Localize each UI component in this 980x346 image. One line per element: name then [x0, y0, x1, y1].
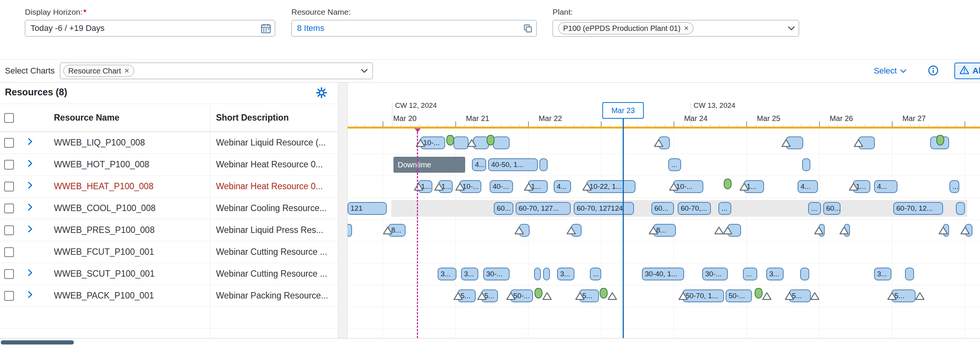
gantt-bar[interactable]	[347, 224, 352, 237]
activity-triangle-icon[interactable]	[477, 292, 487, 300]
gantt-bar[interactable]: 30-...	[702, 268, 728, 281]
gantt-bar[interactable]	[453, 136, 469, 149]
gantt-bar[interactable]: 40-50, 1...	[488, 158, 538, 171]
settings-gear-icon[interactable]	[316, 87, 327, 100]
gantt-bar[interactable]: 60...	[651, 202, 674, 215]
chevron-down-icon[interactable]	[788, 26, 795, 30]
activity-triangle-icon[interactable]	[453, 292, 463, 300]
gantt-bar[interactable]: ...	[668, 158, 681, 171]
select-charts-combobox[interactable]: Resource Chart×	[60, 63, 373, 79]
activity-triangle-icon[interactable]	[723, 227, 732, 235]
chevron-right-icon[interactable]	[27, 203, 33, 214]
date-range-icon[interactable]	[261, 23, 271, 33]
row-checkbox[interactable]	[4, 160, 14, 170]
green-pin-marker[interactable]	[755, 288, 762, 298]
gantt-bar[interactable]: 3...	[766, 268, 784, 281]
selected-day-label[interactable]: Mar 23	[602, 102, 644, 119]
activity-triangle-icon[interactable]	[575, 292, 585, 300]
alerts-button[interactable]: Ale	[955, 63, 980, 79]
activity-triangle-icon[interactable]	[669, 183, 678, 191]
green-pin-marker[interactable]	[936, 135, 944, 146]
chart-token[interactable]: Resource Chart×	[63, 65, 134, 77]
column-header-short-description[interactable]: Short Description	[210, 104, 338, 132]
activity-triangle-icon[interactable]	[414, 183, 423, 191]
select-menu-button[interactable]: Select	[874, 66, 907, 76]
gantt-bar[interactable]: 60-70,...	[678, 202, 711, 215]
chevron-right-icon[interactable]	[27, 137, 33, 148]
activity-triangle-icon[interactable]	[649, 227, 658, 235]
activity-triangle-icon[interactable]	[514, 227, 524, 235]
column-header-resource-name[interactable]: Resource Name	[41, 104, 210, 132]
activity-triangle-icon[interactable]	[383, 227, 392, 235]
gantt-bar[interactable]	[539, 158, 548, 171]
row-checkbox[interactable]	[4, 247, 14, 257]
activity-triangle-icon[interactable]	[434, 183, 444, 191]
row-checkbox[interactable]	[4, 269, 14, 279]
gantt-bar[interactable]	[802, 158, 810, 171]
gantt-bar[interactable]: 60...	[494, 202, 513, 215]
activity-triangle-icon[interactable]	[542, 292, 552, 300]
gantt-bar[interactable]: 60...	[823, 202, 840, 215]
chevron-right-icon[interactable]	[27, 268, 33, 279]
gantt-bar[interactable]: 60-70, 12...	[893, 202, 943, 215]
display-horizon-input[interactable]: Today -6 / +19 Days	[25, 20, 275, 37]
activity-triangle-icon[interactable]	[678, 292, 688, 300]
row-checkbox[interactable]	[4, 182, 14, 192]
activity-triangle-icon[interactable]	[839, 227, 849, 235]
activity-triangle-icon[interactable]	[524, 183, 533, 191]
gantt-bar[interactable]	[956, 202, 965, 215]
green-pin-marker[interactable]	[487, 135, 495, 146]
table-row[interactable]: WWEB_SCUT_P100_001Webinar Cutting Resour…	[0, 263, 338, 285]
gantt-bar[interactable]: 4...	[472, 158, 486, 171]
activity-triangle-icon[interactable]	[608, 292, 617, 300]
gantt-bar[interactable]: 3...	[557, 268, 574, 281]
activity-triangle-icon[interactable]	[582, 183, 592, 191]
gantt-bar[interactable]: 4...	[554, 180, 571, 193]
activity-triangle-icon[interactable]	[810, 292, 819, 300]
gantt-bar[interactable]	[543, 268, 550, 281]
chevron-right-icon[interactable]	[27, 225, 33, 236]
value-help-icon[interactable]	[523, 24, 533, 33]
activity-triangle-icon[interactable]	[714, 227, 724, 235]
row-checkbox[interactable]	[4, 203, 14, 213]
activity-triangle-icon[interactable]	[939, 227, 948, 235]
green-pin-marker[interactable]	[535, 288, 542, 298]
gantt-bar[interactable]	[534, 268, 541, 281]
activity-triangle-icon[interactable]	[455, 183, 465, 191]
activity-triangle-icon[interactable]	[915, 292, 924, 300]
row-checkbox[interactable]	[4, 225, 14, 235]
gantt-bar[interactable]: ...	[590, 268, 601, 281]
gantt-bar[interactable]: 50-...	[725, 289, 752, 302]
gantt-bar[interactable]: 10-22, 1...	[587, 180, 635, 193]
table-row[interactable]: WWEB_HOT_P100_008Webinar Heat Resource 0…	[0, 154, 338, 176]
activity-triangle-icon[interactable]	[654, 139, 663, 147]
gantt-bar[interactable]: 30-40, 1...	[642, 268, 684, 281]
table-row[interactable]: WWEB_PACK_P100_001Webinar Packing Resour…	[0, 285, 338, 307]
activity-triangle-icon[interactable]	[740, 183, 749, 191]
gantt-bar[interactable]: 50-70, 1...	[682, 289, 724, 302]
activity-triangle-icon[interactable]	[785, 292, 794, 300]
horizontal-scrollbar[interactable]	[0, 338, 980, 346]
table-row[interactable]: WWEB_LIQ_P100_008Webinar Liquid Resource…	[0, 132, 338, 154]
downtime-bar[interactable]: Downtime	[393, 157, 465, 173]
activity-triangle-icon[interactable]	[887, 292, 897, 300]
gantt-bar[interactable]: ...	[743, 268, 757, 281]
green-pin-marker[interactable]	[446, 135, 454, 146]
resource-name-input[interactable]: 8 Items	[291, 20, 537, 37]
chevron-right-icon[interactable]	[27, 290, 33, 301]
panel-splitter[interactable]	[338, 83, 347, 338]
select-all-checkbox[interactable]	[4, 113, 14, 123]
table-row[interactable]: WWEB_FCUT_P100_001Webinar Cutting Resour…	[0, 241, 338, 263]
plant-input[interactable]: P100 (ePPDS Production Plant 01)×	[552, 20, 799, 37]
gantt-bar[interactable]: 60-70, 127124	[574, 202, 634, 215]
plant-token[interactable]: P100 (ePPDS Production Plant 01)×	[558, 22, 694, 34]
table-row[interactable]: WWEB_HEAT_P100_008Webinar Heat Resource …	[0, 176, 338, 197]
activity-triangle-icon[interactable]	[781, 139, 791, 147]
gantt-bar[interactable]	[493, 136, 510, 149]
activity-triangle-icon[interactable]	[566, 227, 576, 235]
activity-triangle-icon[interactable]	[506, 292, 515, 300]
gantt-bar[interactable]: ...	[808, 202, 821, 215]
table-row[interactable]: WWEB_PRES_P100_008Webinar Liquid Press R…	[0, 219, 338, 241]
activity-triangle-icon[interactable]	[849, 183, 858, 191]
gantt-bar[interactable]: ...	[950, 180, 959, 193]
